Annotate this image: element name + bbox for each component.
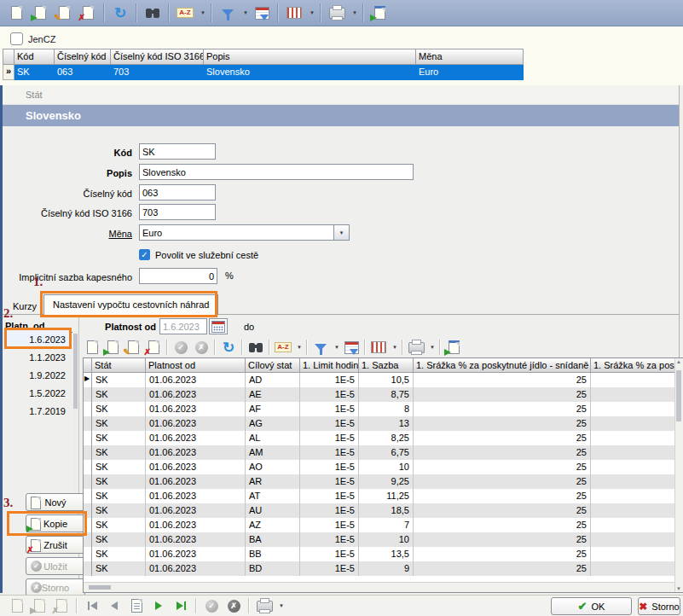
sort-rows-dropdown-button[interactable]: ▼	[293, 339, 304, 357]
storno-side-button[interactable]: ✗ Storno	[26, 578, 85, 596]
platnost-date-item[interactable]: 1.6.2023	[5, 331, 72, 349]
detail-table-row[interactable]: SK01.06.2023AT1E-511,2525	[84, 489, 683, 503]
storno-button[interactable]: ✖ Storno	[638, 597, 680, 615]
country-grid-column-header[interactable]: Kód	[14, 49, 55, 65]
detail-table-column-header[interactable]: 1. Srážka % za pos	[591, 358, 677, 373]
country-grid-cell[interactable]: Slovensko	[204, 65, 416, 80]
detail-table-row[interactable]: SK01.06.2023AM1E-56,7525	[84, 445, 683, 460]
iso-kod-field[interactable]	[139, 204, 216, 220]
detail-table-row[interactable]: SK01.06.2023AZ1E-5725	[84, 518, 683, 532]
confirm-button-disabled[interactable]: ✓	[200, 596, 223, 615]
detail-table-row[interactable]: SK01.06.2023BA1E-51025	[84, 532, 683, 547]
detail-table-row[interactable]: SK01.06.2023AO1E-51025	[84, 460, 683, 474]
country-grid-column-header[interactable]: Popis	[204, 49, 416, 65]
detail-table-column-header[interactable]: 1. Srážka % za poskytnuté jídlo - snídan…	[414, 358, 591, 373]
jencz-checkbox[interactable]	[10, 32, 23, 45]
detail-table-row[interactable]: SK01.06.2023AR1E-59,2525	[84, 474, 683, 489]
delete-record-button-disabled[interactable]: ✗	[50, 596, 72, 615]
scroll-up-icon[interactable]: ▲	[675, 359, 682, 364]
new-row-button[interactable]	[82, 339, 102, 357]
detail-table-column-header[interactable]: Cílový stat	[246, 358, 300, 373]
refresh-button[interactable]: ↻	[108, 2, 132, 24]
first-record-button[interactable]	[81, 596, 103, 615]
filter-dropdown-button[interactable]: ▼	[240, 2, 250, 24]
horizontal-scrollbar[interactable]	[84, 582, 675, 592]
edit-row-button[interactable]: ✎	[123, 339, 143, 357]
detail-table-column-header[interactable]: Stát	[92, 358, 146, 373]
export-button[interactable]	[368, 2, 391, 24]
detail-table-row[interactable]: SK01.06.2023AF1E-5825	[84, 402, 683, 416]
sort-button[interactable]: A-Z	[173, 2, 197, 24]
kapesne-field[interactable]	[139, 268, 217, 284]
columns-rows-dropdown-button[interactable]: ▼	[389, 339, 399, 357]
detail-table-row[interactable]: SK01.06.2023BD1E-5925	[84, 561, 683, 576]
confirm-row-button[interactable]: ✓	[171, 339, 191, 357]
print-dropdown-button[interactable]: ▼	[349, 2, 359, 24]
country-grid-column-header[interactable]: Číselný kód	[55, 49, 111, 65]
next-record-button[interactable]	[148, 596, 170, 615]
platnost-date-item[interactable]: 1.1.2023	[5, 349, 72, 367]
print-record-button[interactable]	[253, 596, 275, 615]
copy-record-button[interactable]	[28, 2, 52, 24]
refresh-rows-button[interactable]: ↻	[218, 339, 239, 357]
mena-label[interactable]: Měna	[3, 226, 132, 239]
country-grid-data-row[interactable]: »SK063703SlovenskoEuro	[3, 65, 524, 80]
filter-button[interactable]	[216, 2, 240, 24]
mena-value[interactable]: Euro	[139, 224, 333, 241]
country-grid-cell[interactable]: Euro	[416, 65, 524, 80]
novy-button[interactable]: Nový	[26, 493, 85, 511]
filter-values-rows-button[interactable]	[341, 339, 362, 357]
ulozit-button[interactable]: ✓ Uložit	[26, 557, 85, 575]
country-grid-column-header[interactable]: Měna	[416, 49, 524, 65]
edit-record-button[interactable]: ✎	[52, 2, 76, 24]
mena-dropdown-button[interactable]: ▼	[333, 224, 350, 241]
scroll-down-icon[interactable]: ▼	[675, 586, 682, 591]
scrollbar-thumb[interactable]	[676, 370, 681, 421]
country-grid-cell[interactable]: 063	[55, 65, 111, 80]
detail-table-column-header[interactable]: Platnost od	[146, 358, 246, 373]
kopie-button[interactable]: Kopie	[26, 514, 85, 532]
country-grid-cell[interactable]: 703	[111, 65, 204, 80]
platnost-od-field[interactable]	[159, 318, 207, 334]
country-grid-column-header[interactable]: Číselný kód ISO 3166	[111, 49, 204, 65]
copy-record-button-disabled[interactable]	[28, 596, 50, 615]
ok-button[interactable]: ✔ OK	[551, 597, 632, 615]
detail-table-column-header[interactable]: 1. Sazba	[359, 358, 414, 373]
date-list-scrollbar[interactable]	[73, 332, 78, 494]
filter-rows-dropdown-button[interactable]: ▼	[331, 339, 341, 357]
calendar-button[interactable]	[209, 318, 228, 334]
country-grid-cell[interactable]: SK	[14, 65, 55, 80]
current-record-button[interactable]	[125, 596, 148, 615]
cancel-row-button[interactable]: ✗	[191, 339, 211, 357]
sort-dropdown-button[interactable]: ▼	[197, 2, 207, 24]
delete-row-button[interactable]: ✗	[143, 339, 164, 357]
mena-combobox[interactable]: Euro ▼	[139, 224, 350, 241]
print-rows-dropdown-button[interactable]: ▼	[426, 339, 437, 357]
popis-field[interactable]	[139, 164, 414, 180]
detail-table-row[interactable]: SK01.06.2023AG1E-51325	[84, 416, 683, 431]
platnost-date-item[interactable]: 1.7.2019	[5, 403, 72, 421]
platnost-date-item[interactable]: 1.9.2022	[5, 367, 72, 385]
new-record-button-disabled[interactable]	[6, 596, 28, 615]
detail-table-column-header[interactable]: 1. Limit hodin	[300, 358, 359, 373]
filter-rows-button[interactable]	[310, 339, 331, 357]
vertical-scrollbar[interactable]: ▲ ▼	[674, 358, 683, 592]
detail-table-row[interactable]: SK01.06.2023AL1E-58,2525	[84, 431, 683, 445]
find-rows-button[interactable]	[246, 339, 266, 357]
delete-record-button[interactable]: ✗	[76, 2, 100, 24]
scrollbar-thumb[interactable]	[89, 585, 111, 590]
zrusit-button[interactable]: ✗ Zrušit	[26, 536, 85, 554]
print-button[interactable]	[325, 2, 349, 24]
copy-row-button[interactable]	[102, 339, 123, 357]
filter-values-button[interactable]	[250, 2, 274, 24]
cancel-button[interactable]: ✗	[223, 596, 245, 615]
kod-field[interactable]	[139, 143, 216, 160]
tab-nastaveni-vypoctu[interactable]: Nastavení vypočtu cestovních náhrad	[43, 294, 218, 315]
new-record-button[interactable]	[4, 2, 28, 24]
detail-table-row[interactable]: SK01.06.2023AE1E-58,7525	[84, 387, 683, 402]
columns-rows-button[interactable]	[368, 339, 389, 357]
print-record-dropdown-button[interactable]: ▼	[275, 596, 286, 615]
detail-table-row[interactable]: SK01.06.2023AU1E-518,525	[84, 503, 683, 518]
scrollbar-thumb[interactable]	[73, 334, 78, 409]
columns-button[interactable]	[282, 2, 306, 24]
